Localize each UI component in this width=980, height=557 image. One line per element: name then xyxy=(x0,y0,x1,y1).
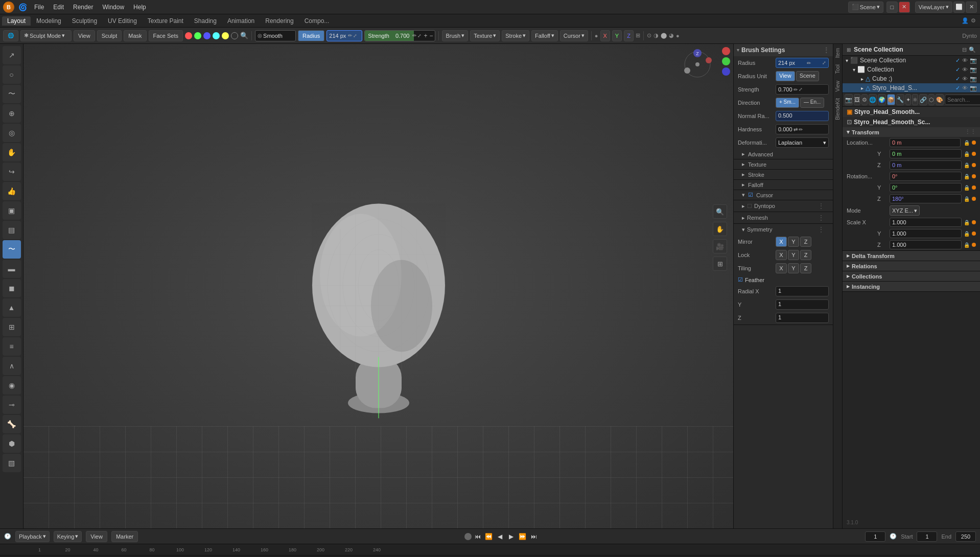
tiling-y-btn[interactable]: Y xyxy=(788,263,799,273)
radius-input[interactable]: 214 px ✏ ⤢ xyxy=(326,30,362,41)
tool-active[interactable]: 〜 xyxy=(3,240,21,259)
scene-coll-eye[interactable]: 👁 xyxy=(962,57,968,64)
menu-render[interactable]: Render xyxy=(69,3,97,12)
jump-start-btn[interactable]: ⏮ xyxy=(473,531,483,542)
tiling-z-btn[interactable]: Z xyxy=(800,263,811,273)
tool-clay[interactable]: ▣ xyxy=(3,201,21,220)
location-y-dot[interactable] xyxy=(972,152,976,156)
tool-grab[interactable]: ✋ xyxy=(3,143,21,161)
prop-view-btn[interactable]: ⚙ xyxy=(861,94,868,105)
scale-z-dot[interactable] xyxy=(972,243,976,247)
tab-layout[interactable]: Layout xyxy=(2,16,31,26)
prop-render-btn[interactable]: 📷 xyxy=(845,94,853,105)
cursor-dropdown[interactable]: Cursor ▾ xyxy=(560,30,588,41)
scale-x-value[interactable]: 1.000 xyxy=(890,218,962,227)
scale-z-lock[interactable]: 🔒 xyxy=(964,242,970,248)
tab-texture-paint[interactable]: Texture Paint xyxy=(143,16,189,26)
relations-header[interactable]: ▸ Relations xyxy=(843,261,980,271)
color-dot-empty[interactable] xyxy=(231,32,238,39)
prop-constraints-btn[interactable]: 🔗 xyxy=(919,94,927,105)
location-y-value[interactable]: 0 m xyxy=(890,149,962,158)
transform-header[interactable]: ▾ Transform ⋮⋮ xyxy=(843,127,980,137)
play-back-btn[interactable]: ◀ xyxy=(495,531,505,542)
remesh-menu[interactable]: ⋮ xyxy=(818,214,825,222)
side-tab-item[interactable]: Item xyxy=(834,45,842,61)
lock-y-btn[interactable]: Y xyxy=(788,250,799,260)
rotation-x-value[interactable]: 0° xyxy=(890,172,962,181)
lock-x-btn[interactable]: X xyxy=(776,250,787,260)
viewport-pan-btn[interactable]: ✋ xyxy=(713,222,727,236)
mask-btn[interactable]: Mask xyxy=(124,30,146,41)
symmetry-header[interactable]: ▾ Symmetry ⋮ xyxy=(734,224,833,235)
radial-x-input[interactable]: 1 xyxy=(776,286,829,296)
advanced-header[interactable]: ▸ Advanced xyxy=(734,149,833,159)
coll-eye[interactable]: 👁 xyxy=(962,66,968,73)
location-x-dot[interactable] xyxy=(972,141,976,145)
radial-y-input[interactable]: 1 xyxy=(776,299,829,310)
search-outliner-icon[interactable]: 🔍 xyxy=(969,47,976,53)
location-z-dot[interactable] xyxy=(972,163,976,167)
tab-compositing[interactable]: Compo... xyxy=(299,16,335,26)
tool-pinch[interactable]: ⊕ xyxy=(3,104,21,123)
dyntopo-checkbox[interactable]: ☐ xyxy=(747,203,752,210)
tool-pose[interactable]: 🦴 xyxy=(3,415,21,433)
rotation-y-value[interactable]: 0° xyxy=(890,183,962,192)
location-z-value[interactable]: 0 m xyxy=(890,160,962,170)
tool-blob[interactable]: ◉ xyxy=(3,376,21,394)
side-tab-blenderkit[interactable]: BlendeKit xyxy=(834,95,842,123)
keying-dropdown[interactable]: Keying ▾ xyxy=(54,531,82,542)
properties-search[interactable] xyxy=(945,95,980,105)
tool-fill[interactable]: ◼ xyxy=(3,279,21,297)
prop-output-btn[interactable]: 🖼 xyxy=(854,94,860,105)
outliner-collection[interactable]: ▾ ⬜ Collection ✓ 👁 📷 xyxy=(843,65,980,74)
x-axis-btn-viewport[interactable] xyxy=(722,47,730,55)
view-btn[interactable]: View xyxy=(74,30,95,41)
viewport-axes-widget[interactable]: Z xyxy=(682,49,713,80)
normal-ra-input[interactable]: 0.500 xyxy=(776,111,829,121)
brush-dropdown[interactable]: Brush ▾ xyxy=(442,30,468,41)
rotation-z-dot[interactable] xyxy=(972,197,976,201)
cursor-header[interactable]: ▾ ☑ Cursor xyxy=(734,190,833,200)
viewport-zoom-btn[interactable]: 🔍 xyxy=(713,204,727,219)
delta-transform-header[interactable]: ▸ Delta Transform xyxy=(843,251,980,261)
strength-plus-icon[interactable]: + xyxy=(424,32,429,39)
viewport-grid-btn[interactable]: ⊞ xyxy=(713,257,727,271)
end-frame-input[interactable] xyxy=(955,531,976,542)
styro-eye[interactable]: 👁 xyxy=(962,85,968,91)
color-dot-green[interactable] xyxy=(194,32,201,39)
radius-label-btn[interactable]: Radius xyxy=(298,30,324,41)
prop-world-btn[interactable]: 🌍 xyxy=(878,94,886,105)
stroke-dropdown[interactable]: Stroke ▾ xyxy=(502,30,529,41)
rotation-x-lock[interactable]: 🔒 xyxy=(964,174,970,179)
prop-scene-btn[interactable]: 🌐 xyxy=(869,94,877,105)
tool-clay-strips[interactable]: ▤ xyxy=(3,221,21,239)
maximize-btn[interactable]: □ xyxy=(886,2,898,13)
tool-scrape[interactable]: ▲ xyxy=(3,298,21,317)
prop-particles-btn[interactable]: ✦ xyxy=(905,94,911,105)
tool-crease[interactable]: ∧ xyxy=(3,357,21,375)
scale-y-value[interactable]: 1.000 xyxy=(890,229,962,238)
scene-coll-check[interactable]: ✓ xyxy=(955,57,960,64)
coll-check[interactable]: ✓ xyxy=(955,66,960,73)
instancing-header[interactable]: ▸ Instancing xyxy=(843,282,980,291)
brush-settings-menu[interactable]: ⋮ xyxy=(823,46,830,54)
y-axis-btn[interactable]: Y xyxy=(612,30,622,41)
color-dot-cyan[interactable] xyxy=(213,32,220,39)
radial-z-input[interactable]: 1 xyxy=(776,313,829,323)
view-layer-dropdown[interactable]: ViewLayer ▾ xyxy=(915,2,952,13)
strength-bar[interactable]: Strength 0.700 ✏ ⤢ + − xyxy=(364,30,435,41)
tool-draw[interactable]: ○ xyxy=(3,65,21,84)
view-timeline-btn[interactable]: View xyxy=(86,531,107,542)
menu-edit[interactable]: Edit xyxy=(49,3,68,12)
prop-physics-btn[interactable]: ⚛ xyxy=(912,94,918,105)
tool-flatten[interactable]: ▬ xyxy=(3,260,21,278)
texture-dropdown[interactable]: Texture ▾ xyxy=(470,30,500,41)
playback-dropdown[interactable]: Playback ▾ xyxy=(15,531,50,542)
z-axis-btn[interactable]: Z xyxy=(624,30,634,41)
cursor-checkbox[interactable]: ☑ xyxy=(748,192,753,198)
dyntopo-menu[interactable]: ⋮ xyxy=(818,202,825,210)
stroke-header[interactable]: ▸ Stroke xyxy=(734,170,833,179)
radius-unit-scene-btn[interactable]: Scene xyxy=(796,71,819,81)
scale-x-lock[interactable]: 🔒 xyxy=(964,220,970,225)
x-axis-btn[interactable]: X xyxy=(600,30,610,41)
